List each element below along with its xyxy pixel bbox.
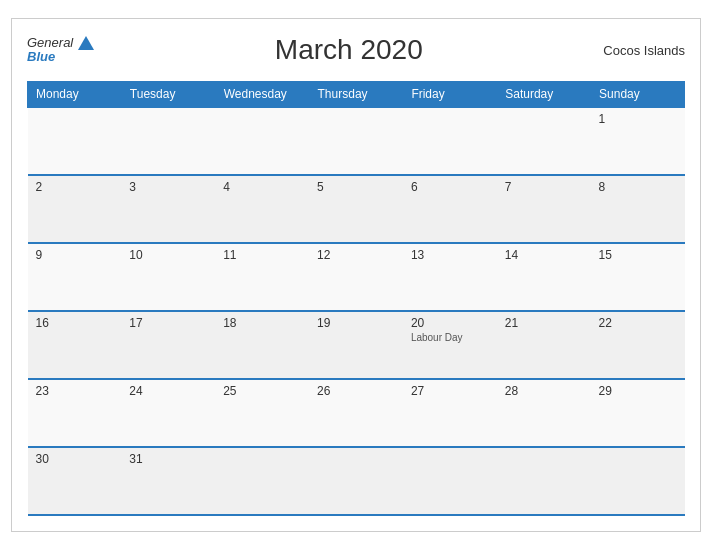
- calendar-day-cell: 25: [215, 379, 309, 447]
- calendar-day-cell: 12: [309, 243, 403, 311]
- calendar-wrapper: General Blue March 2020 Cocos Islands Mo…: [11, 18, 701, 532]
- brand-logo: General Blue: [27, 36, 94, 65]
- calendar-day-cell: 11: [215, 243, 309, 311]
- day-number: 9: [36, 248, 114, 262]
- day-number: 6: [411, 180, 489, 194]
- calendar-week-row: 23242526272829: [28, 379, 685, 447]
- day-number: 30: [36, 452, 114, 466]
- day-number: 18: [223, 316, 301, 330]
- calendar-day-cell: 13: [403, 243, 497, 311]
- month-title: March 2020: [275, 34, 423, 66]
- calendar-day-cell: 30: [28, 447, 122, 515]
- calendar-day-cell: 1: [591, 107, 685, 175]
- day-number: 23: [36, 384, 114, 398]
- calendar-day-cell: 6: [403, 175, 497, 243]
- calendar-day-cell: 23: [28, 379, 122, 447]
- day-number: 21: [505, 316, 583, 330]
- calendar-day-cell: [215, 447, 309, 515]
- calendar-day-cell: [497, 107, 591, 175]
- brand-blue-text: Blue: [27, 50, 55, 64]
- day-number: 7: [505, 180, 583, 194]
- calendar-day-cell: [309, 447, 403, 515]
- calendar-day-cell: 21: [497, 311, 591, 379]
- header-sunday: Sunday: [591, 82, 685, 108]
- header-wednesday: Wednesday: [215, 82, 309, 108]
- calendar-day-cell: 4: [215, 175, 309, 243]
- day-number: 8: [599, 180, 677, 194]
- day-number: 2: [36, 180, 114, 194]
- weekday-header-row: Monday Tuesday Wednesday Thursday Friday…: [28, 82, 685, 108]
- calendar-week-row: 9101112131415: [28, 243, 685, 311]
- calendar-day-cell: 28: [497, 379, 591, 447]
- calendar-day-cell: [403, 447, 497, 515]
- header-friday: Friday: [403, 82, 497, 108]
- brand-triangle-icon: [78, 36, 94, 50]
- day-number: 24: [129, 384, 207, 398]
- calendar-grid: Monday Tuesday Wednesday Thursday Friday…: [27, 81, 685, 516]
- day-number: 3: [129, 180, 207, 194]
- calendar-day-cell: 22: [591, 311, 685, 379]
- calendar-day-cell: 16: [28, 311, 122, 379]
- day-number: 29: [599, 384, 677, 398]
- header-tuesday: Tuesday: [121, 82, 215, 108]
- header-monday: Monday: [28, 82, 122, 108]
- day-number: 11: [223, 248, 301, 262]
- calendar-week-row: 1617181920Labour Day2122: [28, 311, 685, 379]
- calendar-day-cell: [121, 107, 215, 175]
- day-number: 17: [129, 316, 207, 330]
- calendar-day-cell: [215, 107, 309, 175]
- day-number: 14: [505, 248, 583, 262]
- calendar-day-cell: 17: [121, 311, 215, 379]
- calendar-day-cell: 3: [121, 175, 215, 243]
- calendar-day-cell: 27: [403, 379, 497, 447]
- day-number: 28: [505, 384, 583, 398]
- day-number: 1: [599, 112, 677, 126]
- calendar-week-row: 1: [28, 107, 685, 175]
- day-number: 20: [411, 316, 489, 330]
- day-number: 12: [317, 248, 395, 262]
- calendar-day-cell: [309, 107, 403, 175]
- calendar-day-cell: 24: [121, 379, 215, 447]
- calendar-day-cell: 18: [215, 311, 309, 379]
- day-number: 15: [599, 248, 677, 262]
- calendar-day-cell: 15: [591, 243, 685, 311]
- header-thursday: Thursday: [309, 82, 403, 108]
- calendar-day-cell: 5: [309, 175, 403, 243]
- calendar-day-cell: 29: [591, 379, 685, 447]
- calendar-day-cell: 7: [497, 175, 591, 243]
- header-saturday: Saturday: [497, 82, 591, 108]
- calendar-day-cell: 8: [591, 175, 685, 243]
- calendar-day-cell: 26: [309, 379, 403, 447]
- day-number: 10: [129, 248, 207, 262]
- day-number: 5: [317, 180, 395, 194]
- day-number: 26: [317, 384, 395, 398]
- calendar-day-cell: 9: [28, 243, 122, 311]
- calendar-day-cell: 10: [121, 243, 215, 311]
- calendar-week-row: 3031: [28, 447, 685, 515]
- calendar-day-cell: 19: [309, 311, 403, 379]
- calendar-day-cell: [591, 447, 685, 515]
- day-number: 25: [223, 384, 301, 398]
- day-event: Labour Day: [411, 332, 489, 343]
- calendar-day-cell: 14: [497, 243, 591, 311]
- region-label: Cocos Islands: [603, 43, 685, 58]
- day-number: 22: [599, 316, 677, 330]
- brand-general-text: General: [27, 36, 73, 50]
- calendar-day-cell: 20Labour Day: [403, 311, 497, 379]
- day-number: 4: [223, 180, 301, 194]
- day-number: 13: [411, 248, 489, 262]
- day-number: 31: [129, 452, 207, 466]
- calendar-day-cell: [497, 447, 591, 515]
- calendar-day-cell: 2: [28, 175, 122, 243]
- calendar-header: General Blue March 2020 Cocos Islands: [27, 29, 685, 71]
- calendar-day-cell: [403, 107, 497, 175]
- calendar-day-cell: 31: [121, 447, 215, 515]
- calendar-week-row: 2345678: [28, 175, 685, 243]
- day-number: 16: [36, 316, 114, 330]
- day-number: 19: [317, 316, 395, 330]
- day-number: 27: [411, 384, 489, 398]
- calendar-day-cell: [28, 107, 122, 175]
